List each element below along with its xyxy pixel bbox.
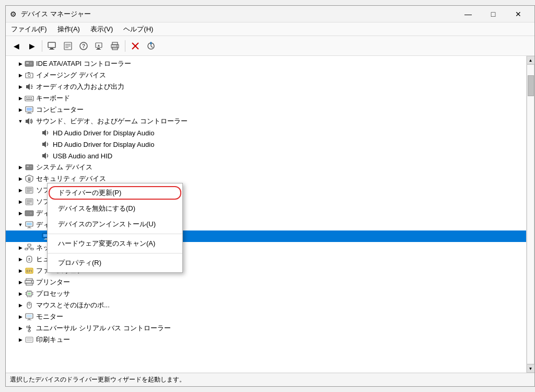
menu-view[interactable]: 表示(V) (85, 22, 118, 36)
icon-imaging (25, 71, 34, 79)
menu-help[interactable]: ヘルプ(H) (118, 22, 158, 36)
icon-audio-io (25, 83, 34, 91)
expand-sound[interactable]: ▼ (16, 117, 25, 125)
scrollbar-thumb[interactable] (528, 75, 534, 96)
svg-rect-62 (27, 223, 32, 225)
update-driver-toolbar-button[interactable]: ▲ (92, 39, 107, 53)
tree-item-sound[interactable]: ▼ サウンド、ビデオ、およびゲーム コントローラー (6, 116, 526, 127)
tree-item-imaging[interactable]: ▶ イメージング デバイス (6, 70, 526, 81)
menu-file[interactable]: ファイル(F) (6, 22, 52, 36)
expand-printer[interactable]: ▶ (16, 278, 25, 286)
svg-rect-69 (28, 244, 31, 246)
scroll-up-button[interactable]: ▲ (527, 56, 535, 64)
expand-imaging[interactable]: ▶ (16, 71, 25, 79)
context-menu-scan[interactable]: ハードウェア変更のスキャン(A) (48, 236, 182, 251)
context-menu-disable[interactable]: デバイスを無効にする(D) (48, 201, 182, 216)
label-disable: デバイスを無効にする(D) (58, 204, 135, 213)
scrollbar-track[interactable] (527, 64, 534, 364)
label-processor: プロセッサ (36, 289, 70, 298)
label-uninstall: デバイスのアンインストール(U) (58, 220, 156, 229)
svg-rect-40 (28, 112, 31, 113)
svg-marker-42 (26, 118, 29, 124)
back-button[interactable]: ◀ (9, 39, 24, 53)
tree-item-ide[interactable]: ▶ IDE ATA/ATAPI コントローラー (6, 58, 526, 70)
label-computer: コンピューター (36, 105, 84, 114)
delete-button[interactable] (128, 39, 143, 53)
svg-rect-25 (26, 73, 33, 78)
expand-audio-io[interactable]: ▶ (16, 83, 25, 91)
tree-item-processor[interactable]: ▶ プロセッサ (6, 288, 526, 299)
svg-rect-21 (25, 61, 33, 66)
svg-rect-23 (30, 63, 32, 63)
device-manager-window: ⚙ デバイス マネージャー — □ ✕ ファイル(F) 操作(A) 表示(V) … (5, 5, 535, 387)
tree-item-system[interactable]: ▶ システム デバイス (6, 162, 526, 173)
close-button[interactable]: ✕ (506, 7, 530, 21)
expand-ide[interactable]: ▶ (16, 60, 25, 68)
svg-rect-57 (27, 203, 30, 204)
context-menu-properties[interactable]: プロパティ(R) (48, 255, 182, 271)
label-imaging: イメージング デバイス (36, 71, 106, 80)
tree-item-computer[interactable]: ▶ コンピューター (6, 104, 526, 116)
svg-point-16 (117, 45, 118, 47)
svg-text:EFI: EFI (27, 269, 32, 273)
forward-button[interactable]: ▶ (25, 39, 39, 53)
svg-rect-52 (27, 190, 32, 191)
expand-disk[interactable]: ▶ (16, 209, 25, 217)
icon-display (25, 221, 34, 229)
toolbar-sep-2 (125, 40, 125, 52)
icon-computer (25, 106, 34, 114)
help-button[interactable]: ? (76, 39, 91, 53)
expand-print-queue[interactable]: ▶ (16, 336, 25, 344)
expand-keyboard[interactable]: ▶ (16, 94, 25, 102)
tree-item-hd1[interactable]: ▶ HD Audio Driver for Display Audio (6, 127, 526, 139)
context-menu-update-driver[interactable]: ドライバーの更新(P) (48, 185, 182, 201)
properties-toolbar-button[interactable] (61, 39, 75, 53)
expand-security[interactable]: ▶ (16, 175, 25, 183)
expand-display[interactable]: ▼ (16, 221, 25, 229)
svg-rect-27 (28, 72, 30, 73)
expand-firmware[interactable]: ▶ (16, 267, 25, 275)
tree-item-monitor[interactable]: ▶ モニター (6, 311, 526, 322)
icon-firmware: EFI (25, 267, 34, 275)
expand-network[interactable]: ▶ (16, 244, 25, 252)
maximize-button[interactable]: □ (481, 7, 505, 21)
expand-system[interactable]: ▶ (16, 163, 25, 171)
tree-item-mouse[interactable]: ▶ マウスとそのほかのポ... (6, 299, 526, 311)
print-button[interactable] (108, 39, 122, 53)
icon-usb-ctrl (25, 324, 34, 332)
expand-software-comp[interactable]: ▶ (16, 186, 25, 194)
icon-ide (25, 60, 34, 68)
tree-item-audio-io[interactable]: ▶ オーディオの入力および出力 (6, 81, 526, 93)
expand-computer[interactable]: ▶ (16, 106, 25, 114)
label-keyboard: キーボード (36, 94, 70, 103)
tree-item-print-queue[interactable]: ▶ 印刷キュー (6, 334, 526, 345)
svg-rect-56 (27, 201, 32, 202)
tree-item-usb-audio[interactable]: ▶ USB Audio and HID (6, 150, 526, 162)
expand-hid[interactable]: ▶ (16, 255, 25, 263)
svg-marker-45 (42, 153, 46, 159)
svg-rect-104 (27, 320, 31, 320)
svg-point-84 (31, 281, 32, 282)
expand-processor[interactable]: ▶ (16, 290, 25, 298)
expand-software-dev[interactable]: ▶ (16, 198, 25, 206)
label-update-driver: ドライバーの更新(P) (58, 188, 121, 198)
window-title: デバイス マネージャー (21, 9, 91, 19)
expand-mouse[interactable]: ▶ (16, 301, 25, 309)
menu-action[interactable]: 操作(A) (52, 22, 85, 36)
context-menu-uninstall[interactable]: デバイスのアンインストール(U) (48, 216, 182, 232)
svg-text:?: ? (82, 43, 85, 49)
expand-monitor[interactable]: ▶ (16, 313, 25, 321)
label-sound: サウンド、ビデオ、およびゲーム コントローラー (36, 117, 188, 126)
tree-item-hd2[interactable]: ▶ HD Audio Driver for Display Audio (6, 139, 526, 150)
show-device-button[interactable] (45, 39, 60, 53)
toolbar-sep-1 (42, 40, 42, 52)
tree-item-printer[interactable]: ▶ プリンター (6, 276, 526, 288)
scroll-down-button[interactable]: ▼ (527, 364, 535, 373)
scan-changes-button[interactable]: ⬇ (144, 39, 158, 53)
expand-usb-ctrl[interactable]: ▶ (16, 324, 25, 332)
toolbar: ◀ ▶ ? ▲ ⬇ (6, 36, 534, 56)
tree-item-usb-ctrl[interactable]: ▶ ユニバーサル シリアル バス コントローラー (6, 322, 526, 334)
tree-item-keyboard[interactable]: ▶ キーボード (6, 93, 526, 104)
minimize-button[interactable]: — (456, 7, 480, 21)
scrollbar[interactable]: ▲ ▼ (526, 56, 534, 373)
